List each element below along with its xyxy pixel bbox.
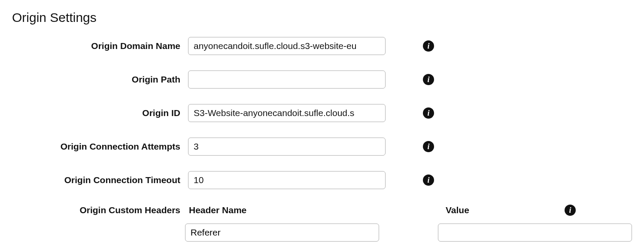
info-icon[interactable]: i — [565, 205, 576, 216]
row-origin-domain-name: Origin Domain Name i — [12, 37, 632, 55]
label-origin-connection-attempts: Origin Connection Attempts — [12, 141, 188, 152]
input-origin-connection-attempts[interactable] — [188, 138, 386, 156]
row-origin-connection-timeout: Origin Connection Timeout i — [12, 171, 632, 189]
input-header-value[interactable] — [438, 224, 632, 242]
info-icon[interactable]: i — [423, 40, 434, 52]
row-origin-connection-attempts: Origin Connection Attempts i — [12, 138, 632, 156]
info-icon[interactable]: i — [423, 141, 434, 152]
input-origin-path[interactable] — [188, 70, 386, 89]
input-header-name[interactable] — [185, 224, 379, 242]
row-custom-header-entry — [12, 224, 632, 242]
input-origin-domain-name[interactable] — [188, 37, 386, 55]
info-icon[interactable]: i — [423, 107, 434, 119]
page-title: Origin Settings — [12, 10, 632, 25]
label-header-name: Header Name — [188, 205, 386, 215]
input-origin-id[interactable] — [188, 104, 386, 122]
label-origin-path: Origin Path — [12, 74, 188, 85]
label-origin-connection-timeout: Origin Connection Timeout — [12, 175, 188, 185]
label-header-value: Value — [446, 205, 553, 215]
row-origin-id: Origin ID i — [12, 104, 632, 122]
row-origin-custom-headers: Origin Custom Headers Header Name Value … — [12, 205, 632, 216]
info-icon[interactable]: i — [423, 175, 434, 186]
label-origin-custom-headers: Origin Custom Headers — [12, 205, 188, 215]
label-origin-domain-name: Origin Domain Name — [12, 41, 188, 51]
input-origin-connection-timeout[interactable] — [188, 171, 386, 189]
label-origin-id: Origin ID — [12, 108, 188, 118]
row-origin-path: Origin Path i — [12, 70, 632, 89]
info-icon[interactable]: i — [423, 74, 434, 85]
